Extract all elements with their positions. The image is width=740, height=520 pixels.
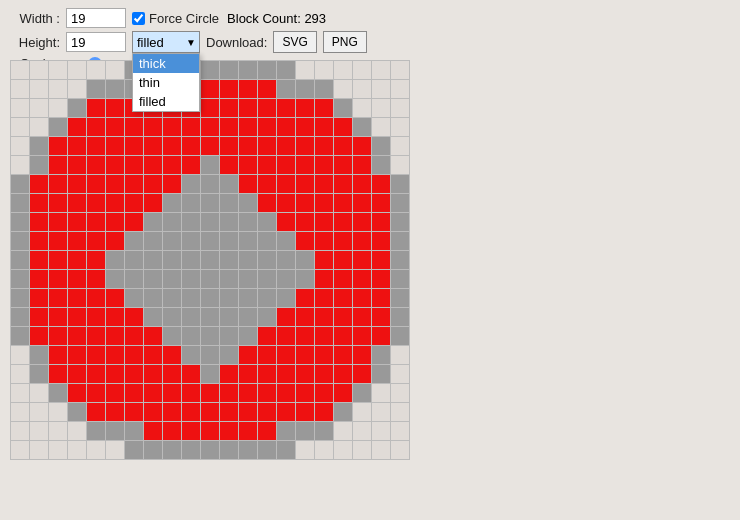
grid-cell xyxy=(334,403,352,421)
grid-cell xyxy=(163,251,181,269)
grid-cell xyxy=(315,441,333,459)
grid-cell xyxy=(163,441,181,459)
grid-cell xyxy=(201,156,219,174)
width-input[interactable] xyxy=(66,8,126,28)
grid-cell xyxy=(277,175,295,193)
grid-cell xyxy=(11,403,29,421)
grid-cell xyxy=(258,156,276,174)
grid-cell xyxy=(239,403,257,421)
grid-cell xyxy=(87,384,105,402)
option-filled[interactable]: filled xyxy=(133,92,199,111)
grid-cell xyxy=(277,137,295,155)
grid-cell xyxy=(315,232,333,250)
grid-cell xyxy=(334,232,352,250)
grid-cell xyxy=(30,270,48,288)
grid-cell xyxy=(353,384,371,402)
grid-cell xyxy=(87,270,105,288)
grid-cell xyxy=(201,118,219,136)
grid-cell xyxy=(11,232,29,250)
grid-cell xyxy=(201,384,219,402)
grid-cell xyxy=(49,175,67,193)
grid-cell xyxy=(334,99,352,117)
grid-cell xyxy=(334,289,352,307)
grid-cell xyxy=(87,327,105,345)
grid-cell xyxy=(163,422,181,440)
grid-cell xyxy=(258,213,276,231)
svg-button[interactable]: SVG xyxy=(273,31,316,53)
grid-cell xyxy=(144,251,162,269)
grid-cell xyxy=(353,289,371,307)
grid-cell xyxy=(87,346,105,364)
grid-cell xyxy=(125,232,143,250)
grid-cell xyxy=(125,365,143,383)
grid-cell xyxy=(220,346,238,364)
grid-cell xyxy=(30,175,48,193)
grid-cell xyxy=(258,251,276,269)
grid-cell xyxy=(182,422,200,440)
grid-cell xyxy=(49,194,67,212)
grid-cell xyxy=(87,251,105,269)
style-select[interactable]: filled xyxy=(132,31,200,53)
grid-cell xyxy=(106,289,124,307)
grid-cell xyxy=(30,327,48,345)
grid-cell xyxy=(353,213,371,231)
png-button[interactable]: PNG xyxy=(323,31,367,53)
grid-cell xyxy=(334,175,352,193)
grid-cell xyxy=(49,422,67,440)
grid-cell xyxy=(277,61,295,79)
grid-cell xyxy=(182,270,200,288)
grid-cell xyxy=(30,365,48,383)
grid-cell xyxy=(125,175,143,193)
grid-cell xyxy=(30,289,48,307)
grid-cell xyxy=(49,441,67,459)
grid-cell xyxy=(30,308,48,326)
grid-cell xyxy=(334,118,352,136)
height-input[interactable] xyxy=(66,32,126,52)
grid-cell xyxy=(125,308,143,326)
grid-cell xyxy=(201,213,219,231)
grid-cell xyxy=(87,422,105,440)
grid-cell xyxy=(201,137,219,155)
grid-cell xyxy=(49,137,67,155)
grid-cell xyxy=(391,118,409,136)
grid-cell xyxy=(201,327,219,345)
grid-cell xyxy=(353,137,371,155)
grid-cell xyxy=(391,213,409,231)
grid-cell xyxy=(334,194,352,212)
grid-cell xyxy=(239,422,257,440)
grid-cell xyxy=(49,327,67,345)
grid-cell xyxy=(68,384,86,402)
grid-cell xyxy=(30,213,48,231)
grid-cell xyxy=(391,441,409,459)
grid-cell xyxy=(277,327,295,345)
grid-cell xyxy=(68,441,86,459)
grid-cell xyxy=(11,61,29,79)
grid-cell xyxy=(391,61,409,79)
grid-cell xyxy=(372,365,390,383)
grid-cell xyxy=(201,175,219,193)
grid-cell xyxy=(106,403,124,421)
grid-cell xyxy=(125,270,143,288)
force-circle-checkbox[interactable] xyxy=(132,12,145,25)
grid-cell xyxy=(87,137,105,155)
grid-cell xyxy=(87,99,105,117)
option-thick[interactable]: thick xyxy=(133,54,199,73)
grid-cell xyxy=(182,441,200,459)
option-thin[interactable]: thin xyxy=(133,73,199,92)
grid-cell xyxy=(296,213,314,231)
grid-cell xyxy=(372,384,390,402)
grid-cell xyxy=(87,175,105,193)
style-select-wrapper: filled ▼ thick thin filled xyxy=(132,31,200,53)
grid-cell xyxy=(68,327,86,345)
grid-cell xyxy=(296,232,314,250)
grid-cell xyxy=(30,441,48,459)
grid-cell xyxy=(144,232,162,250)
grid-cell xyxy=(68,194,86,212)
pixel-grid xyxy=(10,60,410,460)
grid-cell xyxy=(296,422,314,440)
grid-cell xyxy=(296,61,314,79)
grid-cell xyxy=(372,194,390,212)
grid-cell xyxy=(11,441,29,459)
grid-cell xyxy=(296,175,314,193)
grid-cell xyxy=(68,137,86,155)
